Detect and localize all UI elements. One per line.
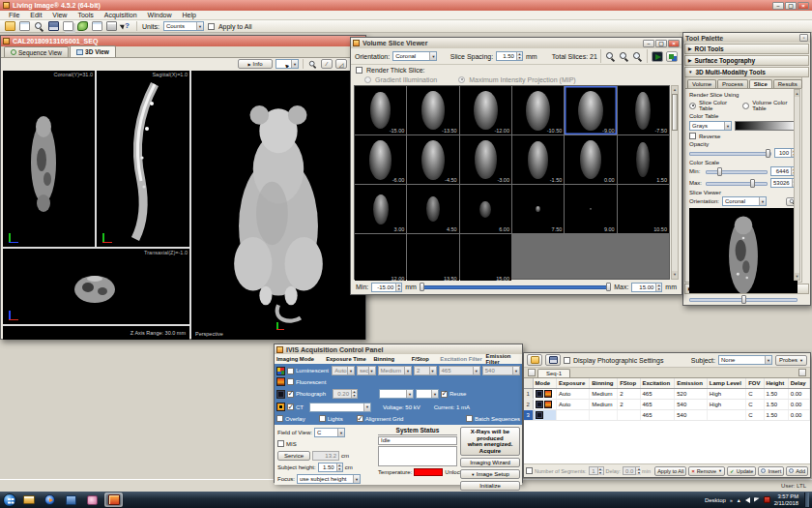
scroll-down-arrow[interactable]: ▼: [672, 271, 678, 279]
photo-binning-select[interactable]: Medium▼: [379, 389, 414, 399]
taskbar-clock[interactable]: 3:57 PM 2/11/2018: [774, 493, 798, 506]
initialize-button[interactable]: Initialize: [460, 481, 520, 491]
desktop-toolbar-label[interactable]: Desktop: [705, 497, 726, 503]
column-header-binning[interactable]: Binning: [590, 378, 618, 388]
orientation-select[interactable]: Coronal▼: [392, 51, 437, 61]
column-header-fstop[interactable]: FStop: [618, 378, 640, 388]
export-movie-icon[interactable]: [652, 51, 663, 62]
perspective-pane[interactable]: Perspective: [191, 71, 365, 340]
palette-tab-volume[interactable]: Volume: [687, 79, 716, 88]
menu-help[interactable]: Help: [178, 12, 201, 18]
menu-tools[interactable]: Tools: [72, 12, 98, 18]
close-button[interactable]: ×: [798, 2, 809, 10]
display-photo-settings-checkbox[interactable]: [564, 357, 570, 364]
option-checkbox-overlay[interactable]: [276, 415, 283, 422]
load-sequence-button[interactable]: [527, 354, 542, 366]
zoom-tool-icon[interactable]: [308, 60, 317, 69]
acquire-button[interactable]: X-Rays will be produced when energized. …: [460, 427, 520, 456]
menu-window[interactable]: Window: [143, 12, 177, 18]
photo-fstop-select[interactable]: 8▼: [416, 389, 439, 399]
transaxial-pane[interactable]: Transaxial(Z)=-1.0: [3, 249, 189, 324]
slice-cell--1.50[interactable]: -1.50: [512, 135, 564, 184]
reuse-checkbox[interactable]: [441, 391, 448, 398]
slice-color-table-radio[interactable]: [689, 103, 696, 109]
option-checkbox-batch-sequences[interactable]: [466, 415, 473, 422]
browse-icon[interactable]: [19, 21, 30, 31]
angle-tool-icon[interactable]: ◿: [335, 59, 347, 69]
probes-button[interactable]: Probes▼: [775, 355, 807, 366]
opacity-slider[interactable]: [689, 149, 771, 158]
slice-preview-pane[interactable]: [689, 208, 798, 293]
slice-cell--6.00[interactable]: -6.00: [355, 135, 406, 184]
slice-cell--9.00[interactable]: -9.00: [565, 86, 616, 134]
taskbar-misc-app[interactable]: [83, 493, 102, 507]
search-doc-icon[interactable]: [34, 21, 44, 32]
palette-tab-process[interactable]: Process: [717, 79, 748, 88]
palette-tab-results[interactable]: Results: [773, 79, 802, 88]
chevron-icon[interactable]: »: [730, 497, 733, 503]
insert-button[interactable]: Insert: [758, 466, 784, 476]
column-header-emission[interactable]: Emission: [675, 378, 708, 388]
luminescent-checkbox[interactable]: [287, 368, 294, 374]
apply-all-checkbox[interactable]: [208, 23, 215, 30]
palette-scroll-down[interactable]: ▼: [795, 273, 799, 280]
start-button[interactable]: [3, 493, 16, 507]
info-button[interactable]: ▶ Info: [238, 59, 273, 69]
preview-slice-thumb[interactable]: [741, 295, 746, 304]
slice-cell-12.00[interactable]: 12.00: [355, 234, 406, 283]
column-header-delay[interactable]: Delay: [788, 378, 809, 388]
tool-palette-title-bar[interactable]: Tool Palette ▫: [683, 33, 810, 43]
taskbar-network-app[interactable]: [62, 493, 80, 507]
ct-mode-select[interactable]: Standard-One Mou...▼: [309, 403, 371, 412]
export-layers-icon[interactable]: [666, 51, 678, 62]
slice-grid-scrollbar[interactable]: ▲ ▼: [671, 85, 679, 280]
menu-file[interactable]: File: [4, 12, 24, 18]
imaging-wizard-button[interactable]: Imaging Wizard: [460, 458, 520, 467]
slice-cell--7.50[interactable]: -7.50: [618, 86, 669, 134]
vsv-minimize-button[interactable]: –: [643, 40, 654, 47]
volume-icon[interactable]: [745, 497, 750, 503]
lum-binning-select[interactable]: Medium▼: [378, 366, 412, 375]
column-header-height[interactable]: Height: [764, 378, 788, 388]
ct-checkbox[interactable]: [287, 403, 294, 410]
copy-icon[interactable]: [63, 21, 73, 31]
sagittal-pane[interactable]: Sagittal(X)=1.0: [97, 71, 189, 247]
update-button[interactable]: ✓Update: [727, 466, 756, 476]
slice-cell-9.00[interactable]: 9.00: [565, 185, 616, 233]
column-header-lamp-level[interactable]: Lamp Level: [707, 378, 745, 388]
scale-min-thumb[interactable]: [717, 167, 722, 176]
section-surface-topography[interactable]: ▶ Surface Topography: [684, 55, 809, 66]
range-max-spinner[interactable]: 15.00▲▼: [631, 283, 662, 292]
remove-button[interactable]: ×Remove▼: [688, 466, 725, 476]
spacing-spinner[interactable]: 1.50▲▼: [496, 51, 523, 61]
scale-min-slider[interactable]: [706, 167, 768, 176]
fluorescent-checkbox[interactable]: [287, 378, 294, 385]
slice-cell--3.00[interactable]: -3.00: [460, 135, 511, 184]
column-header-excitation[interactable]: Excitation: [640, 378, 675, 388]
open-icon[interactable]: [5, 21, 15, 31]
sequence-window-title-bar[interactable]: CAL2018091310S001_SEQ: [1, 36, 365, 46]
coronal-pane[interactable]: Coronal(Y)=31.0: [3, 71, 95, 247]
scroll-up-arrow[interactable]: ▲: [672, 86, 678, 94]
mis-checkbox[interactable]: [277, 440, 284, 447]
zoom-in-icon[interactable]: [619, 51, 629, 62]
zoom-out-icon[interactable]: [605, 51, 616, 62]
tab-left-button[interactable]: [528, 369, 536, 376]
photograph-checkbox[interactable]: [287, 391, 294, 398]
palette-scroll-up[interactable]: ▲: [795, 90, 799, 97]
column-header-mode[interactable]: Mode: [533, 378, 556, 388]
option-checkbox-alignment-grid[interactable]: [357, 415, 363, 422]
scroll-thumb[interactable]: [672, 94, 678, 131]
range-slider-max-thumb[interactable]: [606, 283, 611, 291]
add-button[interactable]: Add: [786, 466, 808, 476]
slice-cell-15.00[interactable]: 15.00: [460, 234, 511, 283]
table-row[interactable]: 1AutoMedium2465520HighC1.500.00: [524, 388, 810, 399]
section-3d-multimodality[interactable]: ▼ 3D Multi-Modality Tools: [684, 67, 809, 77]
table-row[interactable]: 2AutoMedium2465540HighC1.500.00: [524, 399, 810, 409]
photo-exposure-spinner[interactable]: 0.20▲▼: [333, 389, 358, 399]
lum-exposure-unit-select[interactable]: sec▼: [357, 366, 376, 375]
lum-exposure-select[interactable]: Auto▼: [332, 366, 355, 375]
tool-palette-close-button[interactable]: ▫: [799, 34, 808, 42]
option-checkbox-lights[interactable]: [319, 415, 326, 422]
render-thick-checkbox[interactable]: [356, 67, 362, 74]
